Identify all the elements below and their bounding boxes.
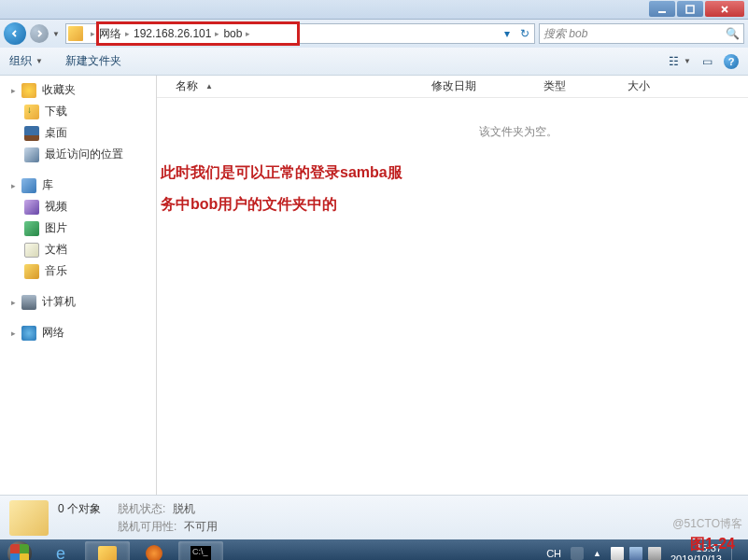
star-icon [21,83,36,98]
tray-expand-icon[interactable]: ▲ [593,549,601,558]
sidebar-desktop[interactable]: 桌面 [0,122,156,144]
sidebar-documents[interactable]: 文档 [0,239,156,260]
ime-button[interactable] [571,547,584,560]
network-icon [21,326,36,341]
start-button[interactable] [2,540,37,560]
ime-indicator[interactable]: CH [546,548,561,559]
nav-history-dropdown[interactable]: ▼ [52,30,62,38]
refresh-button[interactable]: ↻ [517,26,532,41]
breadcrumb-network[interactable]: 网络 [99,26,121,42]
address-bar[interactable]: ▸ 网络 ▸ 192.168.26.101 ▸ bob ▸ ▾ ↻ [65,23,535,44]
help-button[interactable]: ? [724,54,739,69]
taskbar-wmp[interactable] [132,541,176,560]
column-name[interactable]: 名称▲ [170,78,426,94]
column-size[interactable]: 大小 [622,78,678,94]
chevron-right-icon: ▸ [246,29,250,38]
computer-icon [21,295,36,310]
picture-icon [24,221,39,236]
sidebar-network[interactable]: ▸网络 [0,322,156,343]
sidebar-downloads[interactable]: 下载 [0,101,156,122]
explorer-icon [98,546,117,560]
sidebar-videos[interactable]: 视频 [0,196,156,217]
chevron-right-icon: ▸ [125,29,130,38]
status-bar: 0 个对象 脱机状态: 脱机 脱机可用性: 不可用 [0,495,748,539]
breadcrumb-folder[interactable]: bob [223,27,242,40]
desktop-icon [24,126,39,141]
view-mode-button[interactable]: ☷▼ [669,55,691,68]
sidebar-computer[interactable]: ▸计算机 [0,291,156,313]
breadcrumb[interactable]: 网络 ▸ 192.168.26.101 ▸ bob ▸ [99,26,250,42]
taskbar-cmd[interactable]: C:\_ [178,541,223,560]
sidebar-libraries[interactable]: ▸库 [0,175,156,196]
folder-icon [68,26,83,41]
preview-pane-button[interactable]: ▭ [702,55,713,68]
new-folder-button[interactable]: 新建文件夹 [65,53,121,69]
navigation-sidebar: ▸收藏夹 下载 桌面 最近访问的位置 ▸库 视频 图片 文档 音乐 ▸计算机 ▸… [0,76,157,495]
download-icon [24,105,39,119]
status-offline-label: 脱机状态: [118,501,165,517]
navigation-bar: ▼ ▸ 网络 ▸ 192.168.26.101 ▸ bob ▸ ▾ ↻ 搜索 b… [0,20,748,48]
sidebar-favorites[interactable]: ▸收藏夹 [0,79,156,101]
search-input[interactable]: 搜索 bob 🔍 [539,23,744,44]
minimize-button[interactable] [649,1,675,17]
sidebar-recent[interactable]: 最近访问的位置 [0,144,156,165]
svg-rect-0 [658,11,666,13]
sort-indicator-icon: ▲ [205,82,213,91]
document-icon [24,243,39,258]
sidebar-pictures[interactable]: 图片 [0,217,156,239]
empty-folder-message: 该文件夹为空。 [157,124,748,140]
address-dropdown-button[interactable]: ▾ [500,26,515,41]
taskbar-ie[interactable]: e [38,541,83,560]
breadcrumb-ip[interactable]: 192.168.26.101 [134,27,211,40]
status-item-count: 0 个对象 [58,501,110,517]
library-icon [21,178,36,193]
organize-button[interactable]: 组织▼ [9,53,43,69]
status-offline-value: 脱机 [173,501,195,517]
taskbar: e C:\_ CH ▲ 15:37 2019/10/13 [0,539,748,560]
video-icon [24,200,39,215]
window-titlebar [0,0,748,20]
recent-icon [24,147,39,162]
sidebar-music[interactable]: 音乐 [0,260,156,282]
close-button[interactable] [705,1,744,17]
search-placeholder: 搜索 bob [543,26,587,42]
network-tray-icon[interactable] [629,547,642,560]
cmd-icon: C:\_ [191,546,211,560]
watermark-text: @51CTO博客 [672,516,742,532]
column-date[interactable]: 修改日期 [426,78,538,94]
column-type[interactable]: 类型 [538,78,622,94]
windows-orb-icon [7,541,32,560]
command-toolbar: 组织▼ 新建文件夹 ☷▼ ▭ ? [0,48,748,76]
column-headers: 名称▲ 修改日期 类型 大小 [157,76,748,98]
svg-rect-1 [686,6,694,13]
folder-large-icon [9,500,49,536]
status-avail-label: 脱机可用性: [118,519,176,535]
annotation-text: 此时我们是可以正常的登录samba服 务中bob用户的文件夹中的 [161,157,748,219]
search-icon: 🔍 [726,27,740,40]
forward-button[interactable] [30,24,49,43]
status-avail-value: 不可用 [184,519,218,535]
back-button[interactable] [4,22,26,45]
maximize-button[interactable] [677,1,703,17]
chevron-right-icon: ▸ [215,29,219,38]
figure-label: 图1-24 [690,535,735,554]
file-list-pane: 名称▲ 修改日期 类型 大小 该文件夹为空。 此时我们是可以正常的登录samba… [157,76,748,495]
action-center-icon[interactable] [611,547,624,560]
volume-icon[interactable] [648,547,661,560]
taskbar-explorer[interactable] [85,541,130,560]
music-icon [24,264,39,279]
wmp-icon [146,545,162,560]
